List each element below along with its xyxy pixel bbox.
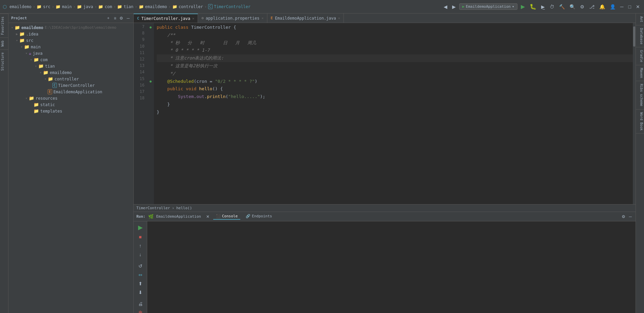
run-start-button[interactable]: ▶ — [136, 223, 145, 232]
code-line-15: public void hello() { — [157, 85, 633, 93]
run-tab-console[interactable]: ⬛ Console — [213, 213, 240, 220]
tree-item-emaildemoapplication[interactable]: ▶ E EmaildemoApplication — [8, 89, 133, 95]
ant-tab[interactable]: Ant — [636, 14, 644, 25]
account-button[interactable]: 👤 — [608, 3, 617, 10]
tian-folder-icon: 📁 — [38, 64, 44, 69]
breadcrumb-emaildemo2[interactable]: emaildemo — [145, 4, 167, 9]
tab-c-icon: C — [137, 16, 139, 21]
bc-folder-icon-controller: 📁 — [172, 4, 177, 9]
coverage-button[interactable]: ▶̲ — [540, 3, 546, 10]
run-scroll-up-button[interactable]: ↑ — [136, 242, 145, 250]
sep3: › — [73, 4, 75, 9]
run-print-button[interactable]: 🖨 — [136, 300, 145, 308]
run-tab-endpoints[interactable]: 🔗 Endpoints — [243, 213, 275, 220]
run-export-button[interactable]: ⬇ — [136, 288, 145, 296]
navigate-back-button[interactable]: ◀ — [442, 3, 449, 10]
collapse-all-button[interactable]: ≡ — [113, 15, 117, 21]
code-line-9: * 秒 分 时 日 月 周几 — [157, 39, 633, 47]
breadcrumb-tian[interactable]: tian — [124, 4, 133, 9]
breadcrumb-controller[interactable]: controller — [179, 4, 203, 9]
run-close-button[interactable]: ✕ — [205, 214, 210, 219]
tree-item-emaildemo-pkg[interactable]: ▾ 📁 emaildemo — [8, 69, 133, 76]
tree-item-main[interactable]: ▾ 📁 main — [8, 44, 133, 50]
breadcrumb-method[interactable]: hello() — [176, 206, 192, 210]
run-button[interactable]: ▶ — [519, 3, 526, 10]
add-content-root-button[interactable]: ＋ — [105, 15, 111, 21]
notifications-button[interactable]: 🔔 — [598, 3, 606, 10]
breadcrumb-method-sep: › — [172, 206, 174, 210]
run-import-button[interactable]: ⬆ — [136, 280, 145, 288]
breadcrumb-timercontroller[interactable]: TimerController — [214, 4, 250, 9]
run-trash-button[interactable]: 🗑 — [136, 309, 145, 313]
breadcrumb-java[interactable]: java — [83, 4, 93, 9]
code-line-14: @Scheduled(cron = "0/2 * * * * ?") — [157, 78, 633, 86]
profile-button[interactable]: ⏱ — [548, 3, 556, 10]
breadcrumb-main[interactable]: main — [62, 4, 72, 9]
run-stop-button[interactable]: ■ — [136, 233, 145, 241]
tree-item-static[interactable]: ▶ 📁 static — [8, 101, 133, 108]
breadcrumb-emaildemo[interactable]: emaildemo — [9, 4, 31, 9]
ribs-scheme-tab[interactable]: Ribs scheme — [636, 81, 644, 109]
run-panel-header: Run: 🌿 EmaildemoApplication ✕ ⬛ Console … — [134, 212, 636, 221]
main-label: main — [31, 45, 41, 49]
maven-tab[interactable]: Maven — [636, 65, 644, 81]
run-minimize-button[interactable]: ─ — [628, 214, 633, 219]
tab-timercontroller-close[interactable]: ✕ — [192, 17, 194, 20]
tab-application-properties[interactable]: ⚙ application.properties ✕ — [198, 14, 267, 23]
editor-tabs: C TimerController.java ✕ ⚙ application.p… — [134, 14, 636, 23]
settings-button[interactable]: ⚙ — [579, 3, 586, 10]
database-tab[interactable]: Database — [636, 25, 644, 47]
tree-item-com[interactable]: ▾ 📁 com — [8, 56, 133, 63]
build-button[interactable]: 🔨 — [558, 3, 566, 10]
tab-main-close[interactable]: ✕ — [338, 16, 340, 20]
sep2: › — [52, 4, 54, 9]
editor-scrollbar[interactable] — [633, 23, 636, 204]
code-content[interactable]: public class TimerController { /** * 秒 分… — [154, 23, 633, 204]
tree-item-timercontroller[interactable]: ▶ C TimerController — [8, 82, 133, 89]
navigate-forward-button[interactable]: ▶ — [451, 3, 457, 10]
breadcrumb-com[interactable]: com — [105, 4, 112, 9]
breadcrumb-class[interactable]: TimerController — [136, 206, 170, 210]
run-scroll-down-button[interactable]: ↓ — [136, 250, 145, 259]
tree-item-tian[interactable]: ▾ 📁 tian — [8, 63, 133, 69]
tab-emaildemoapplication[interactable]: E EmaildemoApplication.java ✕ — [267, 14, 344, 23]
tab-props-close[interactable]: ✕ — [262, 16, 264, 20]
tree-item-emaildemo-root[interactable]: ▾ 📁 emaildemo E:\IDEACode\SpringBoot\ema… — [8, 24, 133, 31]
run-config-dropdown-icon: ▾ — [512, 4, 514, 9]
breadcrumb-src[interactable]: src — [43, 4, 50, 9]
gradle-tab[interactable]: Gradle — [636, 47, 644, 65]
favorites-tab[interactable]: Favorites — [0, 14, 8, 38]
tab-timercontroller-label: TimerController.java — [141, 16, 191, 21]
editor-scrollbar-thumb[interactable] — [633, 26, 635, 47]
left-edge-panel: Favorites Web Structure — [0, 14, 8, 313]
run-wrap-button[interactable]: ⇔ — [136, 271, 145, 279]
maximize-button[interactable]: □ — [627, 3, 632, 10]
close-button[interactable]: ✕ — [635, 3, 641, 10]
tree-item-controller[interactable]: ▾ 📁 controller — [8, 76, 133, 82]
tree-item-resources[interactable]: ▾ 📁 resources — [8, 95, 133, 101]
run-config[interactable]: ▶ EmaildemoApplication ▾ — [459, 3, 517, 10]
project-panel: Project ＋ ≡ ⚙ ─ ▾ 📁 emaildemo E:\IDEACod… — [8, 14, 134, 313]
word-book-tab[interactable]: Word Book — [636, 110, 644, 134]
tree-item-java[interactable]: ▾ ☕ java — [8, 50, 133, 56]
find-button[interactable]: 🔍 — [568, 3, 577, 10]
tree-item-idea[interactable]: ▶ 📁 .idea — [8, 31, 133, 37]
git-button[interactable]: ⎇ — [588, 3, 596, 10]
run-rerun-button[interactable]: ↺ — [136, 262, 145, 270]
src-label: src — [26, 38, 34, 43]
bc-folder-icon-main: 📁 — [55, 4, 61, 9]
minimize-button[interactable]: ─ — [619, 3, 625, 10]
tree-item-src[interactable]: ▾ 📁 src — [8, 37, 133, 44]
code-line-8: /** — [157, 31, 633, 39]
debug-button[interactable]: 🐛 — [528, 3, 538, 10]
tree-item-templates[interactable]: ▶ 📁 templates — [8, 108, 133, 114]
run-settings-button[interactable]: ⚙ — [621, 214, 626, 219]
structure-tab[interactable]: Structure — [0, 49, 8, 73]
web-tab[interactable]: Web — [0, 38, 8, 49]
console-label: Console — [222, 214, 238, 218]
controller-label: controller — [54, 77, 79, 81]
run-console-output[interactable] — [147, 221, 636, 313]
minimize-panel-button[interactable]: ─ — [126, 15, 131, 21]
settings-icon-button[interactable]: ⚙ — [118, 15, 124, 21]
tab-timercontroller[interactable]: C TimerController.java ✕ — [134, 14, 198, 23]
